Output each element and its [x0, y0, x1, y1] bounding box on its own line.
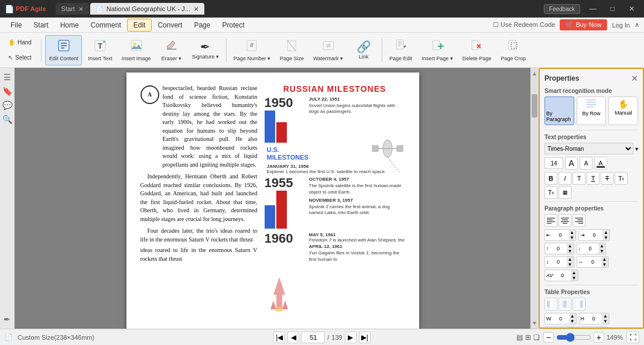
- table-align-right[interactable]: [573, 298, 585, 310]
- sidebar-icon-search[interactable]: 🔍: [2, 115, 12, 124]
- table-width-value[interactable]: [553, 313, 569, 324]
- insert-text-button[interactable]: T + Insert Text: [84, 35, 115, 65]
- page-edit-button[interactable]: Page Edit: [386, 35, 416, 65]
- menu-convert[interactable]: Convert: [152, 19, 188, 31]
- tab-document[interactable]: 📄 National Geographic UK - J... ✕: [90, 3, 204, 15]
- space-before-up[interactable]: ▲: [567, 243, 574, 249]
- av-spinbox[interactable]: AV ▲ ▼: [544, 270, 578, 281]
- font-size-down-button[interactable]: A: [580, 157, 592, 170]
- av-value[interactable]: [554, 270, 571, 281]
- strikethrough-button[interactable]: T: [601, 172, 614, 185]
- text-style-button[interactable]: T: [573, 172, 585, 185]
- first-page-button[interactable]: |◀: [273, 332, 285, 343]
- table-width-spinbox[interactable]: W ▲ ▼: [544, 313, 577, 325]
- font-select[interactable]: Times-Roman: [544, 143, 633, 154]
- eraser-button[interactable]: Eraser ▾: [157, 35, 186, 65]
- page-number-button[interactable]: # Page Number ▾: [230, 35, 274, 65]
- zoom-slider[interactable]: [556, 333, 591, 342]
- indent-left-up[interactable]: ▲: [568, 230, 576, 235]
- page-size-button[interactable]: Page Size: [276, 35, 307, 65]
- align-right-button[interactable]: [573, 214, 585, 227]
- insert-image-button[interactable]: Insert Image: [118, 35, 155, 65]
- menu-protect[interactable]: Protect: [216, 19, 250, 31]
- av-up[interactable]: ▲: [571, 270, 578, 275]
- line-spacing-spinbox[interactable]: ↕ ▲ ▼: [544, 256, 574, 268]
- page-crop-button[interactable]: Page Crop: [497, 35, 529, 65]
- view-icon-1[interactable]: ▤: [516, 333, 523, 341]
- menu-edit[interactable]: Edit: [127, 19, 152, 32]
- table-y-spinbox[interactable]: Y ▲ ▼: [577, 326, 608, 329]
- by-paragraph-button[interactable]: By Paragraph: [544, 96, 574, 125]
- space-before-spinbox[interactable]: ↑ ▲ ▼: [544, 243, 574, 254]
- sidebar-icon-sign[interactable]: ✒: [4, 315, 11, 324]
- feedback-button[interactable]: Feedback: [544, 4, 580, 14]
- sidebar-icon-bookmarks[interactable]: 🔖: [2, 87, 12, 96]
- menu-comment[interactable]: Comment: [85, 19, 127, 31]
- current-page-input[interactable]: [302, 332, 325, 343]
- line-spacing-down[interactable]: ▼: [567, 262, 574, 267]
- delete-page-button[interactable]: Delete Page: [459, 35, 495, 65]
- buy-now-button[interactable]: 🛒 Buy Now: [560, 19, 607, 30]
- insert-page-button[interactable]: Insert Page ▾: [418, 35, 457, 65]
- table-width-down[interactable]: ▼: [569, 319, 576, 324]
- vertical-scrollbar[interactable]: ▲ ▼: [530, 68, 539, 329]
- prev-page-button[interactable]: ◀: [287, 332, 299, 343]
- sidebar-icon-comments[interactable]: 💬: [2, 101, 12, 110]
- line-spacing-value[interactable]: [550, 257, 567, 267]
- space-before-down[interactable]: ▼: [567, 249, 574, 254]
- text-bg-button[interactable]: ▦: [559, 186, 571, 199]
- font-color-button[interactable]: A: [594, 157, 607, 170]
- view-icon-2[interactable]: ⊞: [525, 333, 531, 341]
- tab-start[interactable]: Start ✕: [56, 3, 89, 15]
- zoom-out-button[interactable]: −: [543, 332, 554, 343]
- table-height-spinbox[interactable]: H ▲ ▼: [579, 313, 610, 325]
- italic-button[interactable]: I: [559, 172, 571, 185]
- redeem-code-link[interactable]: ☐ Use Redeem Code: [493, 21, 556, 29]
- indent-right-down[interactable]: ▼: [602, 235, 609, 240]
- tab-close-start[interactable]: ✕: [78, 6, 83, 12]
- tab-close-document[interactable]: ✕: [194, 6, 198, 12]
- char-spacing-value[interactable]: [585, 257, 601, 267]
- expand-font-icon[interactable]: ▾: [635, 146, 638, 152]
- space-before-value[interactable]: [550, 243, 567, 254]
- table-y-value[interactable]: [584, 327, 600, 329]
- indent-right-value[interactable]: [586, 230, 602, 240]
- char-spacing-spinbox[interactable]: ↔ ▲ ▼: [577, 256, 609, 268]
- panel-close-button[interactable]: ✕: [631, 74, 638, 83]
- font-size-input[interactable]: [544, 157, 563, 169]
- font-size-up-button[interactable]: A: [565, 157, 578, 170]
- table-width-up[interactable]: ▲: [569, 313, 576, 319]
- menu-file[interactable]: File: [5, 19, 28, 31]
- select-tool[interactable]: ↖ Select: [5, 51, 35, 64]
- subscript-button[interactable]: Ts: [544, 186, 557, 199]
- manual-button[interactable]: ✋ Manual: [608, 96, 638, 125]
- indent-right-up[interactable]: ▲: [602, 230, 609, 235]
- fullscreen-button[interactable]: ⛶: [626, 332, 639, 343]
- table-x-spinbox[interactable]: X ▲ ▼: [544, 326, 575, 329]
- document-text-column[interactable]: A bespectacled, bearded Russian recluse …: [141, 84, 258, 318]
- align-left-button[interactable]: [544, 214, 557, 227]
- link-button[interactable]: 🔗 Link: [349, 35, 378, 65]
- table-x-value[interactable]: [551, 327, 567, 329]
- table-align-center[interactable]: [559, 298, 571, 310]
- hand-tool[interactable]: ✋ Hand: [5, 36, 35, 49]
- indent-left-value[interactable]: [552, 230, 568, 240]
- indent-left-spinbox[interactable]: ⇤ ▲ ▼: [544, 229, 576, 241]
- edit-content-button[interactable]: Edit Content: [45, 35, 83, 65]
- table-height-down[interactable]: ▼: [602, 319, 609, 324]
- table-y-up[interactable]: ▲: [600, 327, 607, 329]
- char-spacing-up[interactable]: ▲: [601, 257, 608, 262]
- view-icon-3[interactable]: ❏: [533, 333, 540, 341]
- sidebar-icon-panels[interactable]: ☰: [4, 73, 11, 82]
- close-button[interactable]: ✕: [624, 4, 639, 14]
- indent-left-down[interactable]: ▼: [568, 235, 576, 240]
- menu-start[interactable]: Start: [28, 19, 54, 31]
- superscript-button[interactable]: Ts: [615, 172, 628, 185]
- indent-right-spinbox[interactable]: ⇥ ▲ ▼: [578, 229, 610, 241]
- signature-button[interactable]: ✒ Signature ▾: [189, 35, 222, 65]
- watermark-button[interactable]: W Watermark ▾: [310, 35, 347, 65]
- table-x-up[interactable]: ▲: [567, 327, 574, 329]
- collapse-icon[interactable]: ∧: [635, 21, 639, 29]
- bold-button[interactable]: B: [544, 172, 557, 185]
- line-spacing-up[interactable]: ▲: [567, 257, 574, 262]
